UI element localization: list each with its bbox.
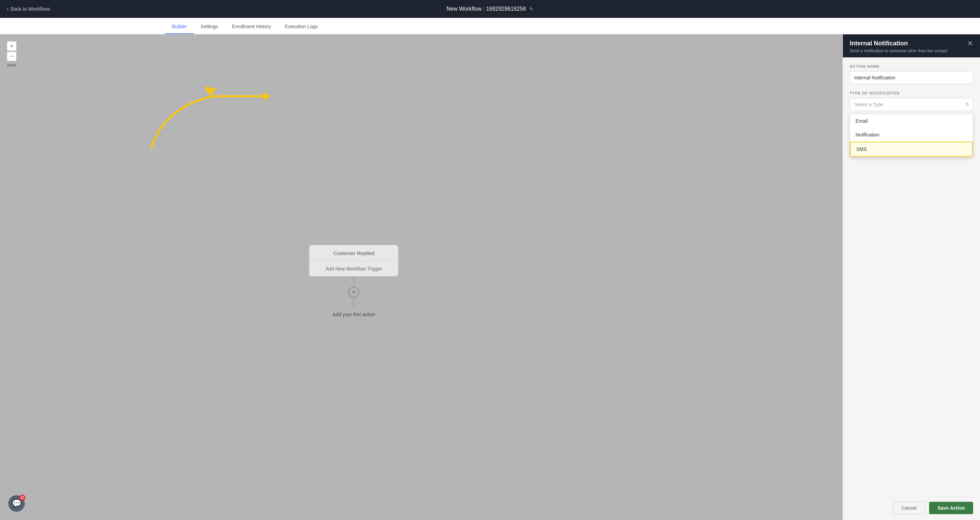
svg-marker-2 — [263, 92, 271, 100]
panel-footer: Cancel Save Action — [843, 496, 980, 520]
cancel-button[interactable]: Cancel — [893, 501, 925, 515]
type-select-wrapper: Select a Type Email Notification SMS ⇅ — [850, 98, 973, 111]
svg-marker-0 — [205, 86, 216, 94]
zoom-level-label: 100% — [7, 63, 16, 67]
type-notification-label: TYPE OF NOTIFICATION — [850, 91, 973, 95]
chat-badge: 17 — [19, 495, 25, 501]
main-area: + − 100% Customer Replied Add New Workfl… — [0, 34, 980, 520]
canvas-area: + − 100% Customer Replied Add New Workfl… — [0, 34, 843, 520]
workflow-canvas: Customer Replied Add New Workflow Trigge… — [309, 245, 398, 317]
tab-builder[interactable]: Builder — [165, 19, 194, 34]
type-select[interactable]: Select a Type Email Notification SMS — [850, 98, 973, 111]
panel-header: Internal Notification Send a notificatio… — [843, 34, 980, 57]
panel-header-content: Internal Notification Send a notificatio… — [850, 40, 947, 53]
zoom-controls: + − 100% — [7, 41, 16, 67]
dropdown-item-email[interactable]: Email — [850, 114, 973, 128]
workflow-title: New Workflow : 1692928618258 ✎ — [447, 6, 533, 12]
tab-settings[interactable]: Settings — [194, 19, 225, 34]
tab-execution-logs[interactable]: Execution Logs — [278, 19, 325, 34]
top-header: ‹ Back to Workflows New Workflow : 16929… — [0, 0, 980, 18]
trigger-box[interactable]: Customer Replied Add New Workflow Trigge… — [309, 245, 398, 276]
panel-subtitle: Send a notification to someone other tha… — [850, 48, 947, 53]
yellow-arrow-annotation — [144, 79, 275, 156]
workflow-title-text: New Workflow : 1692928618258 — [447, 6, 526, 12]
subnav: Builder Settings Enrollment History Exec… — [0, 18, 980, 34]
back-label: Back to Workflows — [11, 6, 50, 12]
zoom-out-button[interactable]: − — [7, 52, 16, 61]
add-action-label: Add your first action — [333, 312, 375, 317]
add-action-circle-button[interactable]: + — [348, 287, 359, 297]
connector-line-bottom — [353, 297, 354, 308]
chat-widget[interactable]: 💬 17 — [8, 495, 25, 512]
back-chevron-icon: ‹ — [7, 6, 9, 12]
action-name-label: ACTION NAME — [850, 64, 973, 68]
save-action-button[interactable]: Save Action — [929, 502, 973, 514]
chat-icon: 💬 — [12, 499, 21, 508]
panel-title: Internal Notification — [850, 40, 947, 47]
dropdown-item-notification[interactable]: Notification — [850, 128, 973, 142]
type-dropdown-menu: Email Notification SMS — [850, 114, 973, 157]
panel-close-button[interactable]: ✕ — [967, 40, 973, 47]
plus-icon: + — [352, 288, 356, 296]
zoom-in-button[interactable]: + — [7, 41, 16, 51]
trigger-name: Customer Replied — [309, 245, 398, 261]
dropdown-item-sms[interactable]: SMS — [850, 142, 973, 157]
edit-title-icon[interactable]: ✎ — [529, 6, 533, 12]
back-to-workflows-button[interactable]: ‹ Back to Workflows — [7, 6, 50, 12]
action-name-input[interactable] — [850, 71, 973, 84]
tab-enrollment-history[interactable]: Enrollment History — [225, 19, 278, 34]
panel-body: ACTION NAME TYPE OF NOTIFICATION Select … — [843, 57, 980, 496]
connector-line-top — [353, 276, 354, 287]
add-trigger-label[interactable]: Add New Workflow Trigger — [309, 261, 398, 276]
right-panel: Internal Notification Send a notificatio… — [843, 34, 980, 520]
